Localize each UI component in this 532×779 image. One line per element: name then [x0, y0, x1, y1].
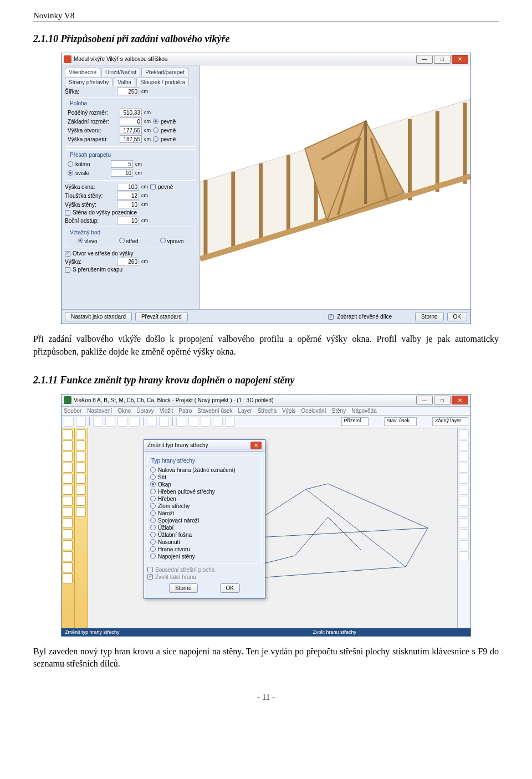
toolbar-button[interactable] — [105, 417, 115, 427]
tool-button[interactable] — [63, 562, 73, 572]
ok-button[interactable]: OK — [447, 312, 467, 321]
show-wood-check[interactable] — [328, 314, 334, 320]
tool-button[interactable] — [459, 485, 469, 495]
tool-button[interactable] — [459, 440, 469, 450]
parapet-height-input[interactable] — [120, 135, 142, 143]
radio-icon[interactable] — [150, 503, 156, 509]
parapet-fixed-radio[interactable] — [153, 136, 158, 142]
tool-button[interactable] — [63, 485, 73, 495]
toolbar-button[interactable] — [176, 417, 186, 427]
edge-type-option[interactable]: Zlom střechy — [150, 503, 259, 509]
menu-settings[interactable]: Nastavení — [87, 408, 112, 414]
left-radio[interactable] — [78, 238, 83, 243]
3d-preview-viewport[interactable] — [200, 65, 470, 309]
tool-button[interactable] — [76, 429, 86, 439]
adjacent-surface-check[interactable] — [147, 567, 153, 572]
tool-button[interactable] — [76, 463, 86, 473]
toolbar-button[interactable] — [225, 417, 235, 427]
menu-edit[interactable]: Úpravy — [136, 408, 154, 414]
roof-opening-check[interactable] — [65, 251, 70, 257]
toolbar-button[interactable] — [213, 417, 223, 427]
radio-icon[interactable] — [150, 532, 156, 537]
height2-input[interactable] — [117, 258, 139, 265]
tool-button[interactable] — [63, 540, 73, 550]
wall-to-plate-check[interactable] — [65, 210, 70, 216]
menu-insert[interactable]: Vložit — [160, 408, 173, 414]
close-button[interactable]: ✕ — [452, 396, 468, 404]
window-height-fixed-check[interactable] — [150, 184, 156, 189]
tool-button[interactable] — [459, 452, 469, 462]
side-offset-input[interactable] — [117, 217, 139, 224]
edge-type-option[interactable]: Nasunutí — [150, 539, 259, 545]
tool-button[interactable] — [63, 474, 73, 484]
toolbar-button[interactable] — [159, 417, 169, 427]
radio-icon[interactable] — [150, 496, 156, 501]
longitudinal-input[interactable] — [120, 109, 142, 116]
eave-break-check[interactable] — [65, 267, 70, 273]
radio-icon[interactable] — [150, 474, 156, 480]
radio-icon[interactable] — [150, 510, 156, 516]
tool-button[interactable] — [76, 452, 86, 462]
tool-button[interactable] — [459, 551, 469, 561]
tool-button[interactable] — [63, 529, 73, 539]
maximize-button[interactable]: □ — [434, 396, 451, 404]
tool-button[interactable] — [63, 452, 73, 462]
toolbar-button[interactable] — [201, 417, 211, 427]
edge-type-option[interactable]: Napojení stěny — [150, 554, 259, 560]
edge-type-option[interactable]: Nulová hrana (žádné označení) — [150, 467, 259, 473]
wall-height-input[interactable] — [117, 201, 139, 208]
menu-roof[interactable]: Střecha — [258, 408, 277, 414]
tool-button[interactable] — [63, 518, 73, 528]
radio-icon[interactable] — [150, 489, 156, 494]
radio-icon[interactable] — [150, 539, 156, 545]
tool-button[interactable] — [76, 507, 86, 517]
base-fixed-radio[interactable] — [153, 119, 158, 124]
menu-window[interactable]: Okno — [117, 408, 131, 414]
toolbar-button[interactable] — [188, 417, 198, 427]
close-button[interactable]: ✕ — [452, 55, 468, 64]
center-radio[interactable] — [119, 238, 125, 243]
edge-type-option[interactable]: Úžlabí — [150, 525, 259, 531]
vertical-input[interactable] — [111, 169, 133, 177]
edge-type-option[interactable]: Hřeben pultové střechy — [150, 489, 259, 495]
tool-button[interactable] — [63, 463, 73, 473]
tool-button[interactable] — [459, 518, 469, 528]
tool-button[interactable] — [459, 540, 469, 550]
edge-type-option[interactable]: Nároží — [150, 510, 259, 516]
edge-type-option[interactable]: Spojovací nároží — [150, 517, 259, 524]
tab-extension-sides[interactable]: Strany přístavby — [65, 78, 112, 86]
tool-button[interactable] — [459, 496, 469, 506]
tool-button[interactable] — [459, 529, 469, 539]
tool-button[interactable] — [63, 440, 73, 450]
menu-walls[interactable]: Stěny — [332, 408, 346, 414]
menu-help[interactable]: Nápověda — [351, 408, 377, 414]
radio-icon[interactable] — [150, 481, 156, 487]
menu-layer[interactable]: Layer — [238, 408, 252, 414]
section-combo[interactable]: Stav. úsek — [384, 417, 417, 426]
edge-type-option[interactable]: Štít — [150, 474, 259, 480]
dialog-ok-button[interactable]: OK — [220, 583, 240, 593]
menu-steel[interactable]: Ocelování — [301, 408, 326, 414]
perpendicular-radio[interactable] — [68, 161, 73, 167]
tool-button[interactable] — [76, 485, 86, 495]
toolbar-button[interactable] — [130, 417, 140, 427]
toolbar-button[interactable] — [76, 417, 86, 427]
tool-button[interactable] — [76, 474, 86, 484]
tab-lintel[interactable]: Překlad/parapet — [141, 68, 188, 76]
right-radio[interactable] — [160, 238, 166, 243]
radio-icon[interactable] — [150, 554, 156, 559]
also-select-edge-check[interactable] — [147, 574, 153, 580]
tool-button[interactable] — [63, 429, 73, 439]
set-standard-button[interactable]: Nastavit jako standard — [65, 312, 132, 321]
perpendicular-input[interactable] — [111, 160, 133, 168]
tab-general[interactable]: Všeobecné — [65, 68, 100, 76]
floor-combo[interactable]: Přízemí — [341, 417, 369, 426]
tab-saveload[interactable]: Uložit/Načíst — [101, 68, 140, 76]
edge-type-option[interactable]: Okap — [150, 481, 259, 488]
edge-type-option[interactable]: Úžlabní fošna — [150, 532, 259, 538]
tool-button[interactable] — [63, 551, 73, 561]
layer-combo[interactable]: Žádný layer — [432, 417, 468, 426]
edge-type-option[interactable]: Hřeben — [150, 496, 259, 502]
radio-icon[interactable] — [150, 467, 156, 473]
toolbar-button[interactable] — [117, 417, 127, 427]
